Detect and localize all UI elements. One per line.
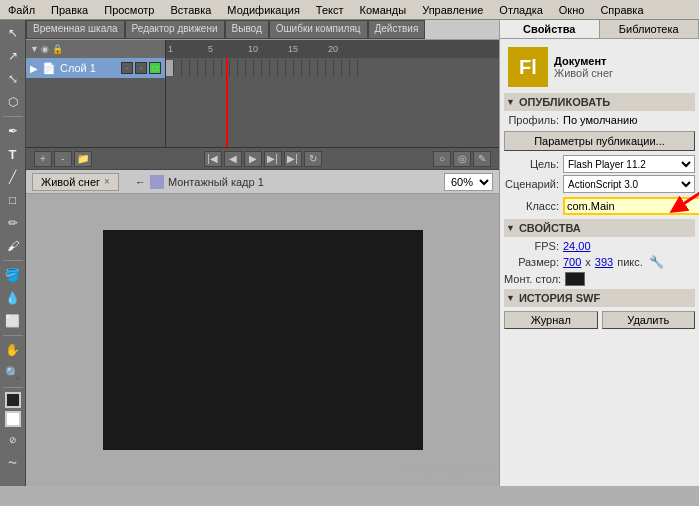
layer-visible-btn[interactable]: · <box>121 62 133 74</box>
tab-timeline[interactable]: Временная шкала <box>26 20 125 39</box>
frame-10[interactable] <box>238 60 246 76</box>
btn-layer-folder[interactable]: 📁 <box>74 151 92 167</box>
menu-control[interactable]: Управление <box>418 4 487 16</box>
btn-next-frame[interactable]: ▶| <box>264 151 282 167</box>
publish-section-header[interactable]: ▼ ОПУБЛИКОВАТЬ <box>504 93 695 111</box>
tool-snap[interactable]: ⊘ <box>2 429 24 451</box>
layer-lock-btn[interactable]: · <box>135 62 147 74</box>
stage-tab[interactable]: Живой снег × <box>32 173 119 191</box>
btn-play[interactable]: ▶ <box>244 151 262 167</box>
tool-hand[interactable]: ✋ <box>2 339 24 361</box>
menu-insert[interactable]: Вставка <box>166 4 215 16</box>
size-row: Размер: 700 x 393 пикс. 🔧 <box>504 255 695 269</box>
zoom-select[interactable]: 60% <box>444 173 493 191</box>
frame-22[interactable] <box>334 60 342 76</box>
btn-loop[interactable]: ↻ <box>304 151 322 167</box>
canvas <box>103 230 423 450</box>
right-panel: Свойства Библиотека Fl Документ Живой сн… <box>499 20 699 486</box>
menu-modify[interactable]: Модификация <box>223 4 304 16</box>
btn-add-layer[interactable]: + <box>34 151 52 167</box>
btn-first-frame[interactable]: |◀ <box>204 151 222 167</box>
history-section-header[interactable]: ▼ ИСТОРИЯ SWF <box>504 289 695 307</box>
tool-smooth[interactable]: 〜 <box>2 452 24 474</box>
tool-pencil[interactable]: ✏ <box>2 212 24 234</box>
tab-library[interactable]: Библиотека <box>600 20 700 38</box>
keyframe-1[interactable] <box>166 60 174 76</box>
tool-zoom[interactable]: 🔍 <box>2 362 24 384</box>
frame-9[interactable] <box>230 60 238 76</box>
tool-line[interactable]: ╱ <box>2 166 24 188</box>
btn-prev-frame[interactable]: ◀ <box>224 151 242 167</box>
btn-last-frame[interactable]: ▶| <box>284 151 302 167</box>
menu-debug[interactable]: Отладка <box>495 4 546 16</box>
size-settings-icon[interactable]: 🔧 <box>649 255 664 269</box>
tool-text[interactable]: T <box>2 143 24 165</box>
frame-16[interactable] <box>286 60 294 76</box>
menu-file[interactable]: Файл <box>4 4 39 16</box>
size-height[interactable]: 393 <box>595 256 613 268</box>
size-label: Размер: <box>504 256 559 268</box>
playhead[interactable] <box>226 58 228 147</box>
script-row: Сценарий: ActionScript 3.0 <box>504 175 695 193</box>
frame-12[interactable] <box>254 60 262 76</box>
tool-3d[interactable]: ⬡ <box>2 91 24 113</box>
delete-button[interactable]: Удалить <box>602 311 696 329</box>
target-select[interactable]: Flash Player 11.2 <box>563 155 695 173</box>
layer-row[interactable]: ▶ 📄 Слой 1 · · □ <box>26 58 165 78</box>
frame-17[interactable] <box>294 60 302 76</box>
size-width[interactable]: 700 <box>563 256 581 268</box>
frame-7[interactable] <box>214 60 222 76</box>
tool-fill-color[interactable] <box>5 411 21 427</box>
journal-button[interactable]: Журнал <box>504 311 598 329</box>
frame-11[interactable] <box>246 60 254 76</box>
frame-4[interactable] <box>190 60 198 76</box>
frame-3[interactable] <box>182 60 190 76</box>
tab-motion-editor[interactable]: Редактор движени <box>125 20 225 39</box>
btn-edit-markers[interactable]: ✎ <box>473 151 491 167</box>
tool-pen[interactable]: ✒ <box>2 120 24 142</box>
tab-output[interactable]: Вывод <box>225 20 269 39</box>
frame-20[interactable] <box>318 60 326 76</box>
tool-eraser[interactable]: ⬜ <box>2 310 24 332</box>
frame-19[interactable] <box>310 60 318 76</box>
tool-stroke-color[interactable] <box>5 392 21 408</box>
stage-tab-close[interactable]: × <box>104 176 110 187</box>
fps-value[interactable]: 24,00 <box>563 240 591 252</box>
frame-24[interactable] <box>350 60 358 76</box>
menu-text[interactable]: Текст <box>312 4 348 16</box>
frame-6[interactable] <box>206 60 214 76</box>
frame-21[interactable] <box>326 60 334 76</box>
tab-properties[interactable]: Свойства <box>500 20 600 38</box>
frame-13[interactable] <box>262 60 270 76</box>
menu-view[interactable]: Просмотр <box>100 4 158 16</box>
properties-arrow-icon: ▼ <box>506 223 515 233</box>
menu-window[interactable]: Окно <box>555 4 589 16</box>
publish-settings-button[interactable]: Параметры публикации... <box>504 131 695 151</box>
class-input[interactable] <box>563 197 699 215</box>
frame-14[interactable] <box>270 60 278 76</box>
tab-compiler-errors[interactable]: Ошибки компиляц <box>269 20 368 39</box>
frame-23[interactable] <box>342 60 350 76</box>
layer-outline-btn[interactable]: □ <box>149 62 161 74</box>
frame-5[interactable] <box>198 60 206 76</box>
properties-section-header[interactable]: ▼ СВОЙСТВА <box>504 219 695 237</box>
tool-inkbucket[interactable]: 🪣 <box>2 264 24 286</box>
menu-help[interactable]: Справка <box>596 4 647 16</box>
tab-actions[interactable]: Действия <box>368 20 426 39</box>
tool-brush[interactable]: 🖌 <box>2 235 24 257</box>
btn-onion-skin[interactable]: ○ <box>433 151 451 167</box>
menu-commands[interactable]: Команды <box>356 4 411 16</box>
frame-15[interactable] <box>278 60 286 76</box>
tool-free-transform[interactable]: ⤡ <box>2 68 24 90</box>
stage-color-swatch[interactable] <box>565 272 585 286</box>
script-select[interactable]: ActionScript 3.0 <box>563 175 695 193</box>
tool-subselect[interactable]: ↗ <box>2 45 24 67</box>
frame-18[interactable] <box>302 60 310 76</box>
btn-delete-layer[interactable]: - <box>54 151 72 167</box>
tool-eyedropper[interactable]: 💧 <box>2 287 24 309</box>
tool-rect[interactable]: □ <box>2 189 24 211</box>
tool-select[interactable]: ↖ <box>2 22 24 44</box>
menu-edit[interactable]: Правка <box>47 4 92 16</box>
frame-2[interactable] <box>174 60 182 76</box>
btn-onion-outlines[interactable]: ◎ <box>453 151 471 167</box>
